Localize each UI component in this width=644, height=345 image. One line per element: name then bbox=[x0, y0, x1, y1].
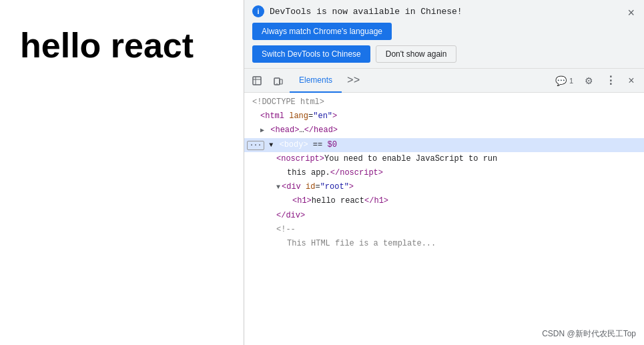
tab-more-button[interactable]: >> bbox=[342, 69, 365, 93]
devtools-panel: i DevTools is now available in Chinese! … bbox=[244, 0, 644, 345]
dom-line-h1: <h1> hello react </h1> bbox=[244, 194, 644, 208]
notification-bar: i DevTools is now available in Chinese! … bbox=[244, 0, 644, 69]
dom-line-comment-text: This HTML file is a template... bbox=[244, 237, 644, 251]
dom-line-head[interactable]: ▶ <head> … </head> bbox=[244, 123, 644, 137]
notification-text: DevTools is now available in Chinese! bbox=[270, 7, 462, 17]
info-icon: i bbox=[252, 5, 264, 17]
inspect-icon-button[interactable] bbox=[247, 71, 267, 90]
chat-icon: 💬 bbox=[555, 75, 567, 86]
notification-close-button[interactable]: × bbox=[623, 5, 639, 20]
device-icon bbox=[273, 75, 284, 86]
collapse-body-triangle[interactable]: ▼ bbox=[269, 140, 273, 151]
toolbar-right: 💬 1 ⚙ ⋮ × bbox=[551, 71, 641, 90]
notification-buttons: Always match Chrome's language bbox=[252, 23, 636, 40]
device-toolbar-button[interactable] bbox=[268, 71, 288, 90]
watermark: CSDN @新时代农民工Top bbox=[542, 328, 636, 340]
dont-show-again-button[interactable]: Don't show again bbox=[376, 45, 457, 63]
dom-line-div-root[interactable]: ▼ <div id = "root" > bbox=[244, 180, 644, 194]
dom-line-comment: <!-- bbox=[244, 223, 644, 237]
cursor-icon bbox=[252, 75, 262, 86]
dom-line-doctype: <!DOCTYPE html> bbox=[244, 95, 644, 109]
more-options-button[interactable]: ⋮ bbox=[600, 71, 620, 90]
expand-head-triangle[interactable]: ▶ bbox=[260, 125, 264, 136]
collapse-div-triangle[interactable]: ▼ bbox=[276, 182, 280, 193]
page-area: hello react bbox=[0, 0, 244, 345]
devtools-toolbar: Elements >> 💬 1 ⚙ ⋮ × bbox=[244, 69, 644, 93]
notification-title: i DevTools is now available in Chinese! bbox=[252, 5, 636, 17]
svg-point-5 bbox=[276, 83, 277, 83]
switch-devtools-button[interactable]: Switch DevTools to Chinese bbox=[252, 45, 370, 63]
devtools-tabs: Elements >> bbox=[290, 69, 550, 93]
notification-buttons-row2: Switch DevTools to Chinese Don't show ag… bbox=[252, 45, 636, 63]
dom-line-body[interactable]: ··· ▼ <body> == $0 bbox=[244, 138, 644, 152]
dom-line-noscript: <noscript> You need to enable JavaScript… bbox=[244, 152, 644, 166]
settings-icon: ⚙ bbox=[585, 75, 593, 86]
console-badge-button[interactable]: 💬 1 bbox=[551, 71, 577, 90]
ellipsis-button[interactable]: ··· bbox=[247, 141, 264, 150]
vertical-dots-icon: ⋮ bbox=[605, 74, 615, 87]
dom-line-div-close: </div> bbox=[244, 209, 644, 223]
dom-line-html: <html lang = "en" > bbox=[244, 109, 644, 123]
always-match-button[interactable]: Always match Chrome's language bbox=[252, 23, 392, 40]
close-devtools-button[interactable]: × bbox=[621, 71, 641, 90]
close-icon: × bbox=[628, 75, 634, 87]
dom-line-noscript-text: this app. </noscript> bbox=[244, 166, 644, 180]
tab-elements[interactable]: Elements bbox=[290, 69, 342, 93]
svg-rect-0 bbox=[253, 77, 261, 85]
badge-count: 1 bbox=[569, 77, 573, 85]
page-title: hello react bbox=[20, 27, 194, 65]
dom-tree[interactable]: <!DOCTYPE html> <html lang = "en" > ▶ <h… bbox=[244, 93, 644, 345]
settings-button[interactable]: ⚙ bbox=[579, 71, 599, 90]
